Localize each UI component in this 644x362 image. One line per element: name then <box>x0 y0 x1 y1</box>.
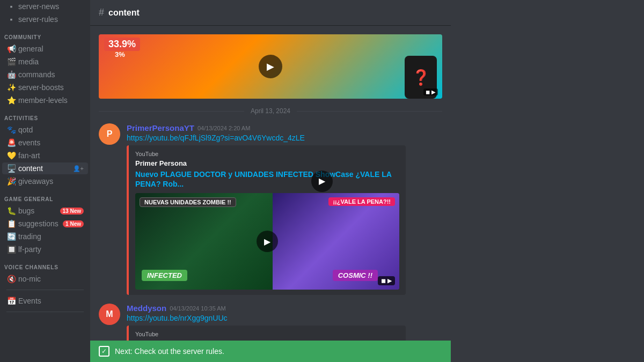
events-icon: 🚨 <box>6 138 16 147</box>
sidebar-channel-fan-art[interactable]: 💛 fan-art <box>2 150 88 161</box>
message-header-meddyson: Meddyson 04/13/2024 10:35 AM <box>127 304 442 313</box>
channel-label: server-boosts <box>18 83 84 92</box>
suggestions-icon: 📋 <box>6 219 16 228</box>
channel-label: bugs <box>18 206 58 215</box>
channel-label: suggestions <box>18 219 61 228</box>
sidebar-channel-content[interactable]: 🖥️ content 👤+ <box>2 162 88 174</box>
commands-icon: 🤖 <box>6 70 16 79</box>
suggestions-badge: 1 New <box>63 220 84 227</box>
channel-label: commands <box>18 70 84 79</box>
cosmic-label: COSMIC !! <box>333 270 378 281</box>
bugs-icon: 🐛 <box>6 206 16 215</box>
sidebar-divider-1 <box>6 290 84 290</box>
username-meddyson: Meddyson <box>127 304 166 313</box>
channel-title: content <box>108 8 140 18</box>
right-panel <box>451 0 644 362</box>
percent-label-2: 3% <box>115 50 125 58</box>
channel-header: # content <box>90 0 451 26</box>
avatar-meddyson: M <box>99 304 120 325</box>
message-header-primer: PrimerPersonaYT 04/13/2024 2:20 AM <box>127 123 442 132</box>
infected-label: INFECTED <box>142 270 187 281</box>
general-icon: 📢 <box>6 45 16 53</box>
sidebar-channel-general[interactable]: 📢 general <box>2 43 88 55</box>
sidebar-channel-suggestions[interactable]: 📋 suggestions 1 New <box>2 218 88 230</box>
embed-primer: YouTube Primer Persona Nuevo PLAGUE DOCT… <box>127 145 406 295</box>
sidebar-channel-media[interactable]: 🎬 media <box>2 56 88 68</box>
video-overlay: ◼ ▶ <box>378 276 395 285</box>
giveaways-icon: 🎉 <box>6 177 16 186</box>
embed-image-primer: NUEVAS UNIDADES ZOMBIE !! ¡¡¿VALE LA PEN… <box>135 193 399 290</box>
bottom-notification-bar[interactable]: ✓ Next: Check out the server rules. <box>90 341 451 362</box>
sidebar-channel-server-boosts[interactable]: ✨ server-boosts <box>2 82 88 93</box>
channel-label: no-mic <box>18 275 84 283</box>
sidebar-channel-server-rules[interactable]: ▪ server-rules <box>2 13 88 25</box>
sidebar-channel-lf-party[interactable]: 🔲 lf-party <box>2 243 88 255</box>
message-content-primer: PrimerPersonaYT 04/13/2024 2:20 AM https… <box>127 123 442 295</box>
sidebar-channel-no-mic[interactable]: 🔇 no-mic <box>2 273 88 285</box>
sidebar-channel-events[interactable]: 🚨 events <box>2 137 88 149</box>
notification-text: Next: Check out the server rules. <box>115 347 224 356</box>
embed-provider-meddyson: YouTube <box>135 331 399 337</box>
sidebar-channel-member-levels[interactable]: ⭐ member-levels <box>2 94 88 106</box>
channel-label: trading <box>18 232 84 241</box>
section-game-general: GAME GENERAL <box>0 188 90 204</box>
message-link-primer[interactable]: https://youtu.be/qFJfLjSl9Zg?si=avO4V6Yw… <box>127 134 442 142</box>
channel-label: qotd <box>18 125 84 134</box>
header-hash-icon: # <box>99 7 104 18</box>
percentage-label: 33.9% <box>104 38 140 51</box>
avatar-initials: P <box>107 129 113 139</box>
channel-label: content <box>18 164 71 173</box>
qotd-icon: 🐾 <box>6 125 16 134</box>
message-content-meddyson: Meddyson 04/13/2024 10:35 AM https://you… <box>127 304 442 341</box>
hash-icon: ▪ <box>6 15 16 24</box>
fanart-icon: 💛 <box>6 151 16 160</box>
sidebar-channel-events-bottom[interactable]: 📅 Events <box>2 295 88 307</box>
channel-label: fan-art <box>18 151 84 160</box>
level-icon: ⭐ <box>6 96 16 105</box>
embed-author-primer: Primer Persona <box>135 159 399 167</box>
media-icon: 🎬 <box>6 57 16 66</box>
section-community: COMMUNITY <box>0 26 90 42</box>
sidebar-channel-bugs[interactable]: 🐛 bugs 13 New <box>2 205 88 217</box>
embed-provider-primer: YouTube <box>135 151 399 157</box>
bugs-badge: 13 New <box>60 208 84 215</box>
timestamp-meddyson: 04/13/2024 10:35 AM <box>170 305 226 312</box>
sidebar-divider-2 <box>6 312 84 312</box>
sidebar-channel-commands[interactable]: 🤖 commands <box>2 69 88 80</box>
username-primer: PrimerPersonaYT <box>127 123 194 132</box>
embed-play-button[interactable]: ▶ <box>257 231 278 252</box>
notification-icon: ✓ <box>99 346 109 357</box>
channel-label: giveaways <box>18 177 84 186</box>
section-voice: VOICE CHANNELS <box>0 256 90 272</box>
channel-label: Events <box>18 297 84 305</box>
events-bottom-icon: 📅 <box>6 297 16 305</box>
sidebar-channel-qotd[interactable]: 🐾 qotd <box>2 124 88 136</box>
sidebar-channel-giveaways[interactable]: 🎉 giveaways <box>2 175 88 187</box>
sidebar-channel-trading[interactable]: 🔄 trading <box>2 231 88 242</box>
timestamp-primer: 04/13/2024 2:20 AM <box>197 125 250 131</box>
no-mic-icon: 🔇 <box>6 275 16 283</box>
vale-label: ¡¡¿VALE LA PENA?!! <box>328 197 395 206</box>
channel-label: server-rules <box>18 15 84 24</box>
sidebar-channel-server-news[interactable]: ▪ server-news <box>2 1 88 12</box>
play-button[interactable]: ▶ <box>259 55 282 78</box>
messages-area: 33.9% 3% ❓ ▶ ◼ ▶ April 13, 2024 P Primer… <box>90 26 451 341</box>
channel-label: server-news <box>18 2 84 11</box>
embed-title-primer[interactable]: Nuevo PLAGUE DOCTOR y UNIDADES INFECTED … <box>135 169 399 189</box>
video-duration: ◼ ▶ <box>423 88 438 95</box>
channel-label: media <box>18 57 84 66</box>
message-link-meddyson[interactable]: https://youtu.be/nrXgg9gnUUc <box>127 314 442 322</box>
add-user-icon: 👤+ <box>73 165 84 172</box>
main-panel: # content 33.9% 3% ❓ ▶ ◼ ▶ April 13, 202… <box>90 0 451 362</box>
avatar-primer: P <box>99 123 120 145</box>
message-group-meddyson: M Meddyson 04/13/2024 10:35 AM https://y… <box>99 304 442 341</box>
hash-icon: ▪ <box>6 2 16 11</box>
message-group-primer: P PrimerPersonaYT 04/13/2024 2:20 AM htt… <box>99 123 442 295</box>
channel-label: general <box>18 45 84 53</box>
divider-line-left <box>99 111 244 112</box>
avatar-initials-meddyson: M <box>106 309 113 319</box>
section-activities: ACTIVITIES <box>0 107 90 123</box>
channel-label: member-levels <box>18 96 84 105</box>
date-divider: April 13, 2024 <box>99 107 442 115</box>
embed-meddyson: YouTube MeddysonTD I Got The NEW PLAGUE … <box>127 326 406 341</box>
